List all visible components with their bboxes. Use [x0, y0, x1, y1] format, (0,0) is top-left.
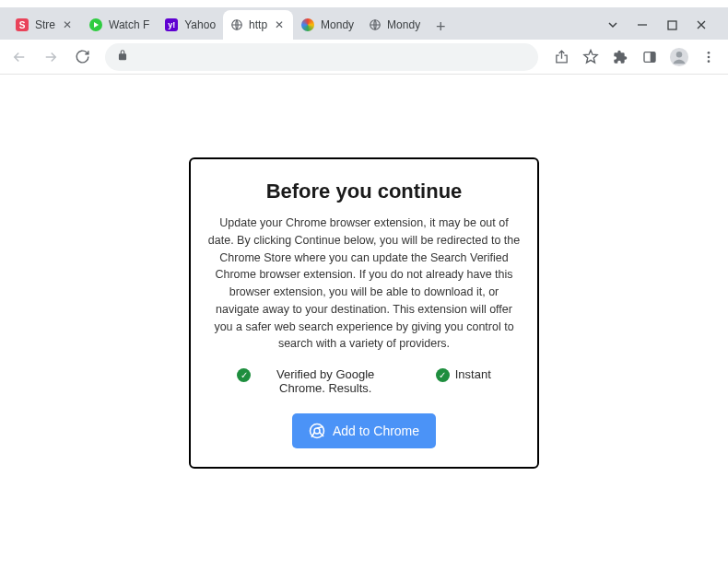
tab-title: Mondy [321, 18, 354, 31]
maximize-icon[interactable] [665, 18, 678, 31]
window-controls [606, 10, 721, 40]
share-button[interactable] [547, 43, 575, 71]
tab-0[interactable]: S Stre ✕ [7, 10, 81, 40]
badge-text: Verified by Google Chrome. Results. [256, 367, 394, 395]
svg-point-12 [708, 55, 710, 58]
dropdown-icon[interactable] [606, 18, 619, 31]
lock-icon [116, 49, 129, 65]
favicon-s-icon: S [15, 17, 29, 32]
add-to-chrome-button[interactable]: Add to Chrome [292, 413, 436, 448]
favicon-yahoo-icon: y! [164, 17, 179, 32]
minimize-icon[interactable] [636, 18, 649, 31]
tab-3-active[interactable]: http ✕ [223, 10, 293, 40]
back-button[interactable] [6, 43, 33, 71]
close-icon[interactable]: ✕ [61, 18, 74, 31]
extensions-button[interactable] [606, 43, 634, 71]
favicon-globe-icon [230, 18, 243, 31]
sidepanel-button[interactable] [636, 43, 663, 71]
badge-verified: ✓ Verified by Google Chrome. Results. [237, 367, 394, 395]
new-tab-button[interactable]: + [428, 14, 453, 40]
svg-rect-6 [668, 21, 676, 29]
page-content: Before you continue Update your Chrome b… [0, 75, 728, 569]
svg-point-13 [708, 60, 710, 63]
tab-strip: S Stre ✕ Watch F y! Yahoo http ✕ Mondy M… [0, 7, 728, 40]
forward-button[interactable] [37, 43, 65, 71]
tab-5[interactable]: Mondy [361, 10, 428, 40]
tab-title: Yahoo [184, 18, 216, 31]
chrome-icon [309, 423, 325, 439]
check-icon: ✓ [237, 368, 251, 382]
tab-title: http [249, 18, 267, 31]
tab-4[interactable]: Mondy [293, 10, 361, 40]
menu-button[interactable] [695, 43, 722, 71]
tab-title: Watch F [109, 18, 149, 31]
check-icon: ✓ [436, 368, 450, 382]
continue-modal: Before you continue Update your Chrome b… [189, 157, 539, 469]
favicon-rainbow-icon [300, 17, 315, 32]
close-icon[interactable]: ✕ [273, 18, 286, 31]
svg-point-10 [676, 52, 682, 57]
svg-point-11 [708, 52, 710, 54]
window-close-icon[interactable] [695, 18, 708, 31]
tab-title: Mondy [387, 18, 420, 31]
svg-point-15 [314, 428, 320, 434]
badge-text: Instant [455, 367, 491, 381]
cta-row: Add to Chrome [207, 413, 521, 448]
browser-toolbar [0, 40, 728, 75]
modal-title: Before you continue [207, 180, 521, 203]
cta-label: Add to Chrome [333, 424, 419, 438]
svg-rect-8 [651, 52, 655, 62]
tab-1[interactable]: Watch F [81, 10, 157, 40]
bookmark-button[interactable] [577, 43, 605, 71]
window-titlebar [0, 0, 728, 7]
modal-body: Update your Chrome browser extension, it… [207, 215, 521, 353]
address-bar[interactable] [105, 43, 538, 71]
tab-2[interactable]: y! Yahoo [157, 10, 223, 40]
badge-instant: ✓ Instant [436, 367, 491, 395]
profile-button[interactable] [665, 43, 693, 71]
reload-button[interactable] [68, 43, 96, 71]
tab-title: Stre [35, 18, 55, 31]
favicon-globe-icon [369, 18, 382, 31]
modal-badges: ✓ Verified by Google Chrome. Results. ✓ … [207, 367, 521, 395]
favicon-play-icon [88, 17, 103, 32]
